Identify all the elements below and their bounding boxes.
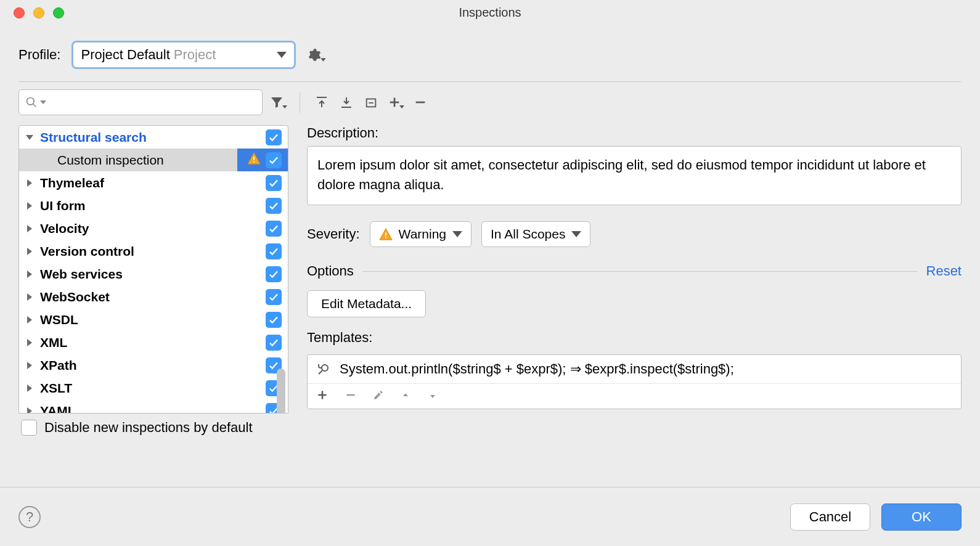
tree-row-checkbox[interactable] xyxy=(266,335,282,351)
profile-label: Profile: xyxy=(18,47,60,63)
chevron-down-icon xyxy=(277,52,287,58)
tree-row-checkbox[interactable] xyxy=(266,312,282,328)
chevron-right-icon[interactable] xyxy=(24,179,35,187)
chevron-down-icon[interactable] xyxy=(24,135,35,140)
help-button[interactable]: ? xyxy=(18,506,41,528)
remove-inspection-icon[interactable] xyxy=(411,93,430,112)
profile-settings-gear-icon[interactable] xyxy=(307,46,325,64)
svg-rect-13 xyxy=(385,232,386,236)
tree-row[interactable]: Velocity xyxy=(19,217,288,240)
tree-row[interactable]: Custom inspection xyxy=(19,149,288,171)
filter-icon[interactable] xyxy=(269,93,287,112)
tree-row-gutter xyxy=(237,240,288,263)
tree-row[interactable]: XSLT xyxy=(19,377,288,399)
tree-row[interactable]: Thymeleaf xyxy=(19,171,288,194)
chevron-right-icon[interactable] xyxy=(24,271,35,278)
tree-row[interactable]: WebSocket xyxy=(19,285,288,308)
titlebar: Inspections xyxy=(0,0,980,25)
toolbar xyxy=(0,82,980,123)
expand-all-icon[interactable] xyxy=(312,93,331,112)
chevron-right-icon[interactable] xyxy=(24,385,35,392)
tree-row[interactable]: YAML xyxy=(19,399,288,414)
tree-row-label: YAML xyxy=(35,404,237,414)
severity-row: Severity: Warning In All Scopes xyxy=(307,221,962,247)
tree-row-gutter xyxy=(237,331,288,354)
tree-row-label: Web services xyxy=(35,267,237,282)
tree-scrollbar[interactable] xyxy=(277,369,285,414)
templates-list: System.out.println($string$ + $expr$); ⇒… xyxy=(307,354,962,409)
tree-row-checkbox[interactable] xyxy=(266,152,282,168)
tree-row[interactable]: Structural search xyxy=(19,126,288,149)
inspection-tree[interactable]: Structural searchCustom inspectionThymel… xyxy=(18,125,288,414)
search-input-wrapper[interactable] xyxy=(18,89,263,115)
options-label: Options xyxy=(307,263,354,279)
tree-row-gutter xyxy=(237,308,288,331)
template-edit-icon xyxy=(373,389,384,403)
chevron-right-icon[interactable] xyxy=(24,362,35,369)
tree-row-gutter xyxy=(237,263,288,285)
tree-row-label: XSLT xyxy=(35,381,237,396)
templates-toolbar xyxy=(308,383,961,409)
profile-combo[interactable]: Project Default Project xyxy=(71,41,296,69)
tree-row[interactable]: Web services xyxy=(19,263,288,285)
chevron-right-icon[interactable] xyxy=(24,202,35,210)
tree-row-checkbox[interactable] xyxy=(266,243,282,259)
dialog-footer: ? Cancel OK xyxy=(0,487,980,546)
tree-row[interactable]: WSDL xyxy=(19,308,288,331)
tree-row-checkbox[interactable] xyxy=(266,289,282,305)
chevron-right-icon[interactable] xyxy=(24,339,35,346)
main-body: Structural searchCustom inspectionThymel… xyxy=(0,123,980,442)
profile-scope: Project xyxy=(174,47,277,63)
severity-combo[interactable]: Warning xyxy=(370,221,472,247)
severity-value: Warning xyxy=(399,227,446,242)
search-history-dropdown-icon[interactable] xyxy=(40,100,46,104)
chevron-right-icon[interactable] xyxy=(24,225,35,232)
disable-new-inspections-checkbox[interactable] xyxy=(21,420,37,436)
template-remove-icon xyxy=(345,389,357,404)
reset-link[interactable]: Reset xyxy=(926,263,962,279)
chevron-right-icon[interactable] xyxy=(24,316,35,324)
warning-icon xyxy=(379,227,393,241)
disable-new-inspections-row[interactable]: Disable new inspections by default xyxy=(18,414,288,442)
tree-panel: Structural searchCustom inspectionThymel… xyxy=(18,125,288,442)
tree-row-gutter xyxy=(237,149,288,171)
tree-row-checkbox[interactable] xyxy=(266,198,282,214)
reset-to-empty-icon[interactable] xyxy=(362,93,380,112)
chevron-right-icon[interactable] xyxy=(24,293,35,301)
tree-row[interactable]: XML xyxy=(19,331,288,354)
window-title: Inspections xyxy=(0,6,980,20)
replace-template-icon xyxy=(316,362,331,377)
tree-row-checkbox[interactable] xyxy=(266,266,282,282)
tree-row-label: Custom inspection xyxy=(35,153,237,168)
description-text[interactable]: Lorem ipsum dolor sit amet, consectetur … xyxy=(307,146,962,205)
tree-row[interactable]: XPath xyxy=(19,354,288,377)
edit-metadata-button[interactable]: Edit Metadata... xyxy=(307,290,426,317)
toolbar-divider xyxy=(300,92,300,113)
collapse-all-icon[interactable] xyxy=(337,93,356,112)
tree-row-label: XML xyxy=(35,335,237,350)
chevron-down-icon xyxy=(452,231,462,237)
details-panel: Description: Lorem ipsum dolor sit amet,… xyxy=(307,125,962,442)
svg-point-0 xyxy=(27,98,35,105)
tree-row[interactable]: UI form xyxy=(19,194,288,217)
tree-row-label: UI form xyxy=(35,198,237,213)
cancel-button[interactable]: Cancel xyxy=(790,503,870,531)
template-add-icon[interactable] xyxy=(316,389,329,404)
ok-button[interactable]: OK xyxy=(881,503,962,531)
tree-row-gutter xyxy=(237,194,288,217)
add-inspection-icon[interactable] xyxy=(386,93,405,112)
tree-row-gutter xyxy=(237,285,288,308)
search-input[interactable] xyxy=(51,96,256,110)
tree-row-checkbox[interactable] xyxy=(266,175,282,191)
tree-row-checkbox[interactable] xyxy=(266,129,282,145)
tree-row-label: WSDL xyxy=(35,312,237,327)
template-row[interactable]: System.out.println($string$ + $expr$); ⇒… xyxy=(308,355,961,383)
chevron-right-icon[interactable] xyxy=(24,248,35,255)
templates-label: Templates: xyxy=(307,330,962,346)
tree-row-checkbox[interactable] xyxy=(266,221,282,237)
tree-row[interactable]: Version control xyxy=(19,240,288,263)
scope-combo[interactable]: In All Scopes xyxy=(481,221,590,247)
tree-row-gutter xyxy=(237,126,288,149)
chevron-right-icon[interactable] xyxy=(24,407,35,414)
options-row: Options Reset xyxy=(307,263,962,279)
